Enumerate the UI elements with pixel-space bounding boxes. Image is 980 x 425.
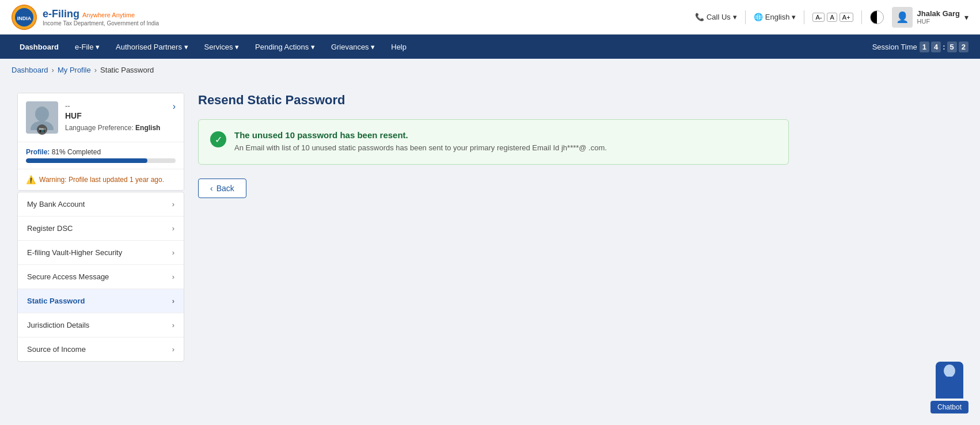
header-divider-3: [861, 10, 862, 24]
svg-point-5: [944, 365, 955, 373]
menu-dsc-chevron: ›: [172, 224, 174, 233]
menu-item-vault[interactable]: E-filing Vault-Higher Security ›: [18, 241, 184, 265]
breadcrumb-current: Static Password: [100, 66, 154, 74]
breadcrumb-sep-1: ›: [52, 66, 54, 74]
profile-role: HUF: [65, 111, 176, 120]
menu-secure-chevron: ›: [172, 272, 174, 281]
header-divider-2: [804, 10, 804, 24]
camera-icon[interactable]: 📷: [37, 124, 47, 135]
chatbot-widget[interactable]: Chatbot: [930, 362, 968, 373]
svg-point-3: [35, 107, 49, 122]
digit-3: 5: [947, 41, 957, 52]
menu-static-label: Static Password: [27, 297, 85, 305]
nav-item-help[interactable]: Help: [383, 35, 415, 59]
call-us-button[interactable]: 📞 Call Us ▾: [695, 13, 737, 21]
sidebar-panel: 📷 -- HUF Language Preference: English › …: [17, 93, 184, 362]
nav-items: Dashboard e-File ▾ Authorised Partners ▾…: [12, 35, 415, 59]
font-controls: A- A A+: [812, 13, 853, 22]
menu-income-chevron: ›: [172, 345, 174, 354]
contrast-button[interactable]: [870, 10, 884, 24]
menu-secure-label: Secure Access Message: [27, 272, 109, 281]
user-chevron-icon: ▾: [964, 13, 968, 22]
success-desc-text: An Email with list of 10 unused static p…: [234, 143, 559, 152]
breadcrumb-myprofile[interactable]: My Profile: [58, 66, 91, 74]
menu-item-bank-account[interactable]: My Bank Account ›: [18, 192, 184, 217]
digit-4: 2: [959, 41, 968, 52]
breadcrumb-sep-2: ›: [94, 66, 97, 74]
profile-progress: Profile: 81% Completed: [18, 142, 184, 169]
success-desc: An Email with list of 10 unused static p…: [234, 142, 777, 154]
menu-vault-label: E-filing Vault-Higher Security: [27, 248, 122, 257]
menu-item-static-password[interactable]: Static Password ›: [18, 289, 184, 313]
success-text: The unused 10 password has been resent. …: [234, 130, 777, 154]
nav-item-dashboard[interactable]: Dashboard: [12, 35, 67, 59]
nav-item-services[interactable]: Services ▾: [196, 35, 247, 59]
profile-header: 📷 -- HUF Language Preference: English ›: [18, 93, 184, 142]
chatbot-figure: [936, 362, 963, 373]
user-name: Jhalak Garg: [917, 9, 960, 18]
nav-bar: Dashboard e-File ▾ Authorised Partners ▾…: [0, 35, 980, 59]
logo-area: INDIA e-Filing Anywhere Anytime Income T…: [12, 5, 159, 30]
session-label: Session Time: [872, 43, 917, 51]
profile-info: -- HUF Language Preference: English: [65, 101, 176, 132]
font-normal-button[interactable]: A: [827, 13, 837, 22]
menu-bank-label: My Bank Account: [27, 200, 85, 208]
back-button[interactable]: ‹ Back: [198, 179, 246, 198]
font-decrease-button[interactable]: A-: [812, 13, 825, 22]
menu-jurisdiction-chevron: ›: [172, 321, 174, 329]
phone-icon: 📞: [695, 13, 704, 21]
nav-item-grievances[interactable]: Grievances ▾: [323, 35, 383, 59]
user-area[interactable]: 👤 Jhalak Garg HUF ▾: [892, 7, 968, 28]
call-chevron-icon: ▾: [733, 13, 737, 21]
menu-static-chevron: ›: [172, 297, 174, 305]
profile-warning: ⚠️ Warning: Profile last updated 1 year …: [18, 169, 184, 190]
success-icon: ✓: [210, 131, 226, 147]
font-increase-button[interactable]: A+: [840, 13, 853, 22]
language-button[interactable]: 🌐 English ▾: [754, 13, 796, 21]
progress-bar-bg: [26, 158, 176, 163]
main-content: 📷 -- HUF Language Preference: English › …: [0, 81, 806, 373]
menu-jurisdiction-label: Jurisdiction Details: [27, 321, 89, 329]
digit-2: 4: [931, 41, 941, 52]
back-label: Back: [216, 184, 234, 193]
profile-expand-button[interactable]: ›: [173, 101, 176, 112]
menu-item-jurisdiction[interactable]: Jurisdiction Details ›: [18, 313, 184, 337]
menu-income-label: Source of Income: [27, 345, 86, 354]
progress-bar-fill: [26, 158, 147, 163]
colon-sep: :: [943, 43, 945, 51]
logo-emblem: INDIA: [12, 5, 37, 30]
profile-card: 📷 -- HUF Language Preference: English › …: [17, 93, 184, 191]
user-info: Jhalak Garg HUF: [917, 9, 960, 25]
header-right: 📞 Call Us ▾ 🌐 English ▾ A- A A+ 👤 Jhalak…: [695, 7, 968, 28]
success-email: jh****@ .com.: [561, 143, 607, 152]
profile-name: --: [65, 101, 176, 110]
lang-label: Language Preference:: [65, 124, 134, 132]
back-chevron-icon: ‹: [210, 184, 213, 193]
menu-item-secure-access[interactable]: Secure Access Message ›: [18, 265, 184, 289]
nav-item-pending[interactable]: Pending Actions ▾: [247, 35, 323, 59]
session-digits: 1 4 : 5 2: [920, 41, 968, 52]
success-box: ✓ The unused 10 password has been resent…: [198, 119, 789, 165]
warning-icon: ⚠️: [26, 175, 36, 184]
progress-text: Profile:: [26, 148, 52, 156]
session-time: Session Time 1 4 : 5 2: [872, 41, 968, 52]
menu-item-source-income[interactable]: Source of Income ›: [18, 337, 184, 361]
sidebar-menu: My Bank Account › Register DSC › E-filin…: [17, 192, 184, 362]
lang-chevron-icon: ▾: [792, 13, 796, 21]
language-label: English: [765, 13, 790, 21]
nav-item-authorised[interactable]: Authorised Partners ▾: [108, 35, 196, 59]
nav-item-efile[interactable]: e-File ▾: [67, 35, 108, 59]
breadcrumb-dashboard[interactable]: Dashboard: [12, 66, 48, 74]
logo-text: e-Filing Anywhere Anytime Income Tax Dep…: [43, 8, 159, 26]
progress-label: Profile: 81% Completed: [26, 148, 176, 156]
lang-value: English: [135, 124, 160, 132]
logo-efiling-text: e-Filing Anywhere Anytime: [43, 8, 159, 20]
menu-item-register-dsc[interactable]: Register DSC ›: [18, 217, 184, 241]
svg-text:INDIA: INDIA: [17, 16, 32, 21]
progress-pct: 81% Completed: [52, 148, 101, 156]
warning-text: Warning: Profile last updated 1 year ago…: [39, 176, 164, 184]
right-content: Resend Static Password ✓ The unused 10 p…: [198, 93, 789, 362]
top-header: INDIA e-Filing Anywhere Anytime Income T…: [0, 0, 980, 35]
globe-icon: 🌐: [754, 13, 763, 21]
success-title: The unused 10 password has been resent.: [234, 130, 777, 140]
